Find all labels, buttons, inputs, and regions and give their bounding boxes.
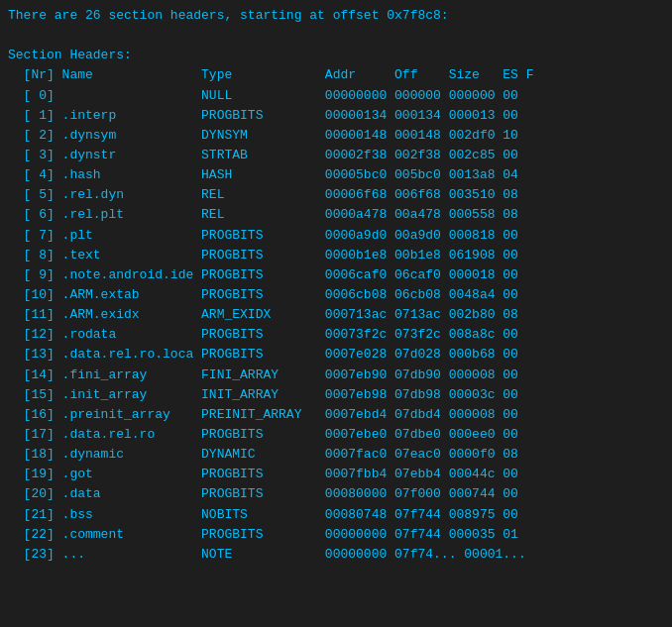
row-22: [22] .comment PROGBITS 00000000 07f744 0…	[8, 527, 518, 542]
row-3: [ 3] .dynstr STRTAB 00002f38 002f38 002c…	[8, 148, 518, 162]
row-19: [19] .got PROGBITS 0007fbb4 07ebb4 00044…	[8, 467, 518, 481]
row-15: [15] .init_array INIT_ARRAY 0007eb98 07d…	[8, 387, 518, 402]
row-13: [13] .data.rel.ro.loca PROGBITS 0007e028…	[8, 347, 518, 362]
row-14: [14] .fini_array FINI_ARRAY 0007eb90 07d…	[8, 367, 518, 382]
row-0: [ 0] NULL 00000000 000000 000000 00	[8, 88, 518, 103]
row-8: [ 8] .text PROGBITS 0000b1e8 00b1e8 0619…	[8, 248, 518, 262]
column-headers: [Nr] Name Type Addr Off Size ES F	[8, 67, 534, 82]
row-2: [ 2] .dynsym DYNSYM 00000148 000148 002d…	[8, 128, 518, 143]
row-5: [ 5] .rel.dyn REL 00006f68 006f68 003510…	[8, 187, 518, 202]
row-12: [12] .rodata PROGBITS 00073f2c 073f2c 00…	[8, 327, 518, 342]
row-1: [ 1] .interp PROGBITS 00000134 000134 00…	[8, 108, 518, 123]
terminal-output: There are 26 section headers, starting a…	[8, 6, 664, 565]
row-6: [ 6] .rel.plt REL 0000a478 00a478 000558…	[8, 207, 518, 222]
row-16: [16] .preinit_array PREINIT_ARRAY 0007eb…	[8, 407, 518, 422]
row-10: [10] .ARM.extab PROGBITS 0006cb08 06cb08…	[8, 287, 518, 302]
row-11: [11] .ARM.exidx ARM_EXIDX 000713ac 0713a…	[8, 307, 518, 322]
row-17: [17] .data.rel.ro PROGBITS 0007ebe0 07db…	[8, 427, 518, 442]
section-headers-label: Section Headers:	[8, 48, 132, 62]
header-line: There are 26 section headers, starting a…	[8, 8, 449, 23]
row-21: [21] .bss NOBITS 00080748 07f744 008975 …	[8, 507, 518, 522]
row-4: [ 4] .hash HASH 00005bc0 005bc0 0013a8 0…	[8, 167, 518, 182]
row-9: [ 9] .note.android.ide PROGBITS 0006caf0…	[8, 267, 518, 282]
row-7: [ 7] .plt PROGBITS 0000a9d0 00a9d0 00081…	[8, 228, 518, 243]
row-20: [20] .data PROGBITS 00080000 07f000 0007…	[8, 486, 518, 501]
row-18: [18] .dynamic DYNAMIC 0007fac0 07eac0 00…	[8, 447, 518, 462]
row-23: [23] ... NOTE 00000000 07f74... 00001...	[8, 547, 526, 562]
